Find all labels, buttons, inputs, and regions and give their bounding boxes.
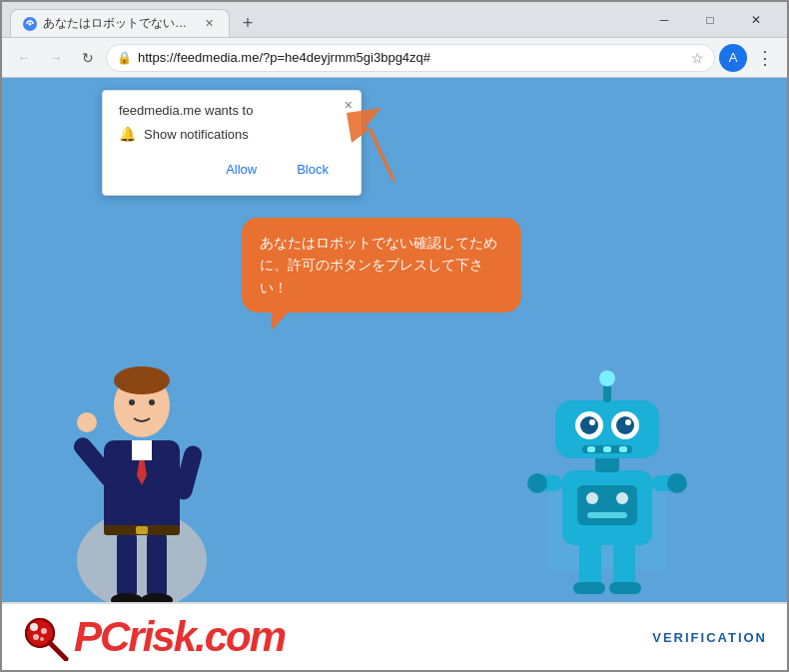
refresh-button[interactable]: ↻ (74, 44, 102, 72)
robot-figure (527, 370, 687, 590)
svg-rect-30 (587, 512, 627, 518)
svg-point-33 (527, 473, 547, 493)
notification-popup: × feedmedia.me wants to 🔔 Show notificat… (102, 90, 362, 196)
minimize-button[interactable]: ─ (641, 2, 687, 38)
person-figure (62, 340, 222, 600)
address-bar: ← → ↻ 🔒 https://feedmedia.me/?p=he4deyjr… (2, 38, 787, 78)
url-text: https://feedmedia.me/?p=he4deyjrmm5gi3bp… (138, 50, 685, 65)
svg-point-14 (77, 412, 97, 432)
allow-button[interactable]: Allow (210, 156, 273, 183)
svg-point-51 (41, 628, 47, 634)
svg-point-28 (586, 492, 598, 504)
svg-point-41 (580, 416, 598, 434)
title-bar: あなたはロボットでない確認してた◎ ✕ + ─ □ ✕ (2, 2, 787, 38)
active-tab[interactable]: あなたはロボットでない確認してた◎ ✕ (10, 9, 230, 37)
verification-label: VERIFICATION (652, 630, 767, 645)
back-button[interactable]: ← (10, 44, 38, 72)
orange-arrow (342, 108, 421, 202)
pcrisk-brand-text: PCrisk.com (74, 613, 285, 661)
svg-rect-25 (609, 582, 641, 594)
close-button[interactable]: ✕ (733, 2, 779, 38)
svg-point-50 (30, 623, 38, 631)
pcrisk-pc: PC (74, 613, 128, 660)
pcrisk-icon (22, 613, 70, 661)
svg-point-53 (40, 637, 44, 641)
tab-close-button[interactable]: ✕ (201, 16, 217, 32)
bookmark-icon[interactable]: ☆ (691, 50, 704, 66)
svg-line-54 (50, 643, 66, 659)
svg-point-44 (625, 419, 631, 425)
svg-point-34 (667, 473, 687, 493)
pcrisk-logo: PCrisk.com (22, 613, 285, 661)
popup-buttons: Allow Block (119, 156, 345, 183)
svg-rect-11 (132, 440, 152, 460)
forward-button[interactable]: → (42, 44, 70, 72)
svg-rect-46 (587, 446, 595, 452)
svg-rect-20 (136, 526, 148, 534)
maximize-button[interactable]: □ (687, 2, 733, 38)
new-tab-button[interactable]: + (234, 9, 262, 37)
svg-point-42 (616, 416, 634, 434)
svg-rect-24 (573, 582, 605, 594)
pcrisk-bar: PCrisk.com VERIFICATION (2, 602, 787, 670)
lock-icon: 🔒 (117, 51, 132, 65)
page-content: × feedmedia.me wants to 🔔 Show notificat… (2, 78, 787, 670)
svg-rect-5 (117, 530, 137, 600)
svg-point-17 (129, 399, 135, 405)
tab-title: あなたはロボットでない確認してた◎ (43, 15, 195, 32)
svg-point-38 (599, 370, 615, 386)
bell-icon: 🔔 (119, 126, 136, 142)
tab-area: あなたはロボットでない確認してた◎ ✕ + (10, 2, 629, 37)
svg-rect-6 (147, 530, 167, 600)
svg-marker-3 (347, 108, 396, 183)
svg-point-29 (616, 492, 628, 504)
svg-rect-48 (619, 446, 627, 452)
svg-point-16 (114, 366, 170, 394)
popup-notification-text: Show notifications (144, 127, 249, 142)
tab-favicon (23, 17, 37, 31)
window-controls: ─ □ ✕ (641, 2, 779, 38)
svg-point-43 (589, 419, 595, 425)
speech-text: あなたはロボットでない確認してために、許可のボタンをプレスして下さい！ (260, 235, 497, 296)
block-button[interactable]: Block (281, 156, 345, 183)
speech-bubble: あなたはロボットでない確認してために、許可のボタンをプレスして下さい！ (242, 218, 521, 313)
omnibox[interactable]: 🔒 https://feedmedia.me/?p=he4deyjrmm5gi3… (106, 44, 715, 72)
svg-rect-27 (577, 485, 637, 525)
svg-point-18 (149, 399, 155, 405)
svg-point-52 (33, 634, 39, 640)
popup-notification-row: 🔔 Show notifications (119, 126, 345, 142)
pcrisk-suffix: .com (195, 613, 285, 660)
browser-frame: あなたはロボットでない確認してた◎ ✕ + ─ □ ✕ ← → ↻ 🔒 http… (0, 0, 789, 672)
chrome-menu-button[interactable]: ⋮ (751, 44, 779, 72)
svg-point-1 (29, 22, 32, 25)
popup-title: feedmedia.me wants to (119, 103, 345, 118)
svg-rect-47 (603, 446, 611, 452)
profile-button[interactable]: A (719, 44, 747, 72)
pcrisk-risk: risk (128, 613, 195, 660)
